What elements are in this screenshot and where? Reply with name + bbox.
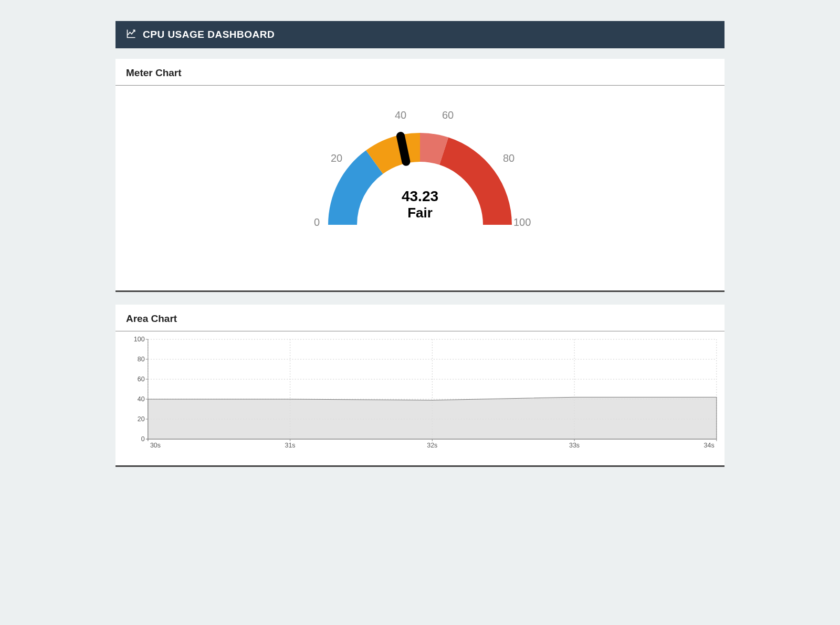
svg-text:31s: 31s [285, 442, 296, 449]
svg-text:20: 20 [138, 415, 145, 423]
dashboard-header: CPU USAGE DASHBOARD [116, 21, 724, 48]
svg-text:0: 0 [141, 435, 145, 443]
dashboard-title: CPU USAGE DASHBOARD [143, 29, 275, 40]
svg-text:34s: 34s [704, 442, 715, 449]
svg-text:32s: 32s [427, 442, 437, 449]
gauge-chart: 0 20 40 60 80 100 43.23 Fair [304, 104, 536, 241]
gauge-tick: 0 [314, 216, 320, 228]
gauge-tick: 80 [503, 152, 514, 164]
gauge-value-number: 43.23 [402, 188, 438, 205]
gauge-tick: 60 [442, 109, 454, 121]
panel-title: Area Chart [116, 305, 724, 331]
gauge-tick: 100 [513, 216, 531, 228]
area-chart: 100 80 60 40 20 0 30s 31s 32s 33s 34s [121, 334, 719, 455]
chart-line-icon [126, 28, 136, 41]
panel-title: Meter Chart [116, 59, 724, 86]
svg-text:60: 60 [138, 376, 145, 383]
gauge-tick: 20 [331, 152, 342, 164]
svg-text:40: 40 [138, 395, 145, 403]
svg-text:100: 100 [134, 336, 145, 343]
svg-text:30s: 30s [150, 442, 161, 449]
gauge-tick: 40 [395, 109, 406, 121]
svg-text:33s: 33s [569, 442, 580, 449]
area-chart-panel: Area Chart [116, 305, 724, 467]
svg-text:80: 80 [138, 356, 145, 363]
meter-chart-panel: Meter Chart [116, 59, 724, 292]
gauge-readout: 43.23 Fair [402, 188, 438, 221]
gauge-status-label: Fair [402, 205, 438, 221]
